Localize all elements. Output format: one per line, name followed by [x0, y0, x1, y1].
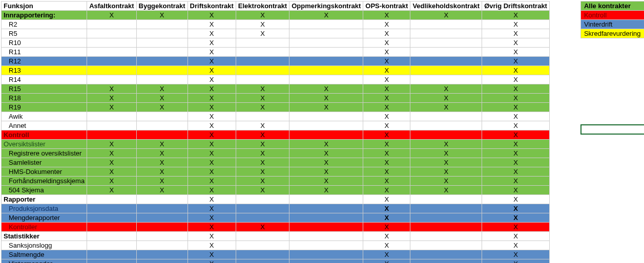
mark-cell: X	[482, 232, 550, 241]
mark-cell	[236, 232, 289, 241]
mark-cell: X	[188, 186, 236, 195]
mark-cell: X	[482, 250, 550, 259]
mark-cell: X	[363, 167, 410, 177]
mark-cell	[87, 57, 136, 66]
selected-cell-highlight[interactable]	[580, 124, 644, 135]
mark-cell: X	[289, 103, 363, 112]
mark-cell: X	[363, 223, 410, 232]
mark-cell	[410, 223, 482, 232]
row-label: HMS-Dokumenter	[2, 167, 87, 177]
mark-cell: X	[188, 204, 236, 213]
mark-cell: X	[482, 94, 550, 103]
mark-cell	[236, 66, 289, 75]
mark-cell: X	[363, 112, 410, 121]
mark-cell	[136, 241, 188, 250]
table-row: KontrollerXXXX	[2, 223, 550, 232]
table-row: R19XXXXXXXX	[2, 103, 550, 112]
col-bygge: Byggekontrakt	[136, 2, 188, 11]
mark-cell: X	[188, 177, 236, 186]
mark-cell	[136, 112, 188, 121]
table-row: R10XXX	[2, 38, 550, 48]
mark-cell: X	[87, 84, 136, 94]
mark-cell: X	[482, 167, 550, 177]
mark-cell	[410, 232, 482, 241]
row-label: Awik	[2, 112, 87, 121]
contract-matrix-table: Funksjon Asfaltkontrakt Byggekontrakt Dr…	[1, 1, 550, 263]
mark-cell	[87, 259, 136, 264]
mark-cell: X	[236, 121, 289, 130]
mark-cell: X	[188, 11, 236, 20]
mark-cell: X	[363, 250, 410, 259]
mark-cell	[410, 204, 482, 213]
mark-cell	[289, 232, 363, 241]
mark-cell: X	[363, 195, 410, 204]
mark-cell	[410, 259, 482, 264]
row-label: Forhåndsmeldingsskjema	[2, 177, 87, 186]
mark-cell	[410, 48, 482, 57]
mark-cell	[136, 223, 188, 232]
mark-cell: X	[482, 223, 550, 232]
mark-cell: X	[363, 140, 410, 149]
mark-cell	[289, 223, 363, 232]
mark-cell: X	[188, 103, 236, 112]
mark-cell	[87, 130, 136, 140]
row-label: Registrere oversiktslister	[2, 149, 87, 158]
mark-cell: X	[410, 84, 482, 94]
mark-cell: X	[236, 223, 289, 232]
mark-cell: X	[136, 186, 188, 195]
mark-cell	[87, 121, 136, 130]
mark-cell: X	[482, 38, 550, 48]
mark-cell: X	[236, 149, 289, 158]
mark-cell	[87, 223, 136, 232]
row-label: R10	[2, 38, 87, 48]
mark-cell	[87, 232, 136, 241]
legend-label: Skredfarevurdering	[580, 29, 644, 38]
mark-cell: X	[188, 213, 236, 223]
mark-cell: X	[136, 167, 188, 177]
mark-cell	[410, 241, 482, 250]
mark-cell	[136, 121, 188, 130]
table-row: ForhåndsmeldingsskjemaXXXXXXXX	[2, 177, 550, 186]
legend-row: Alle kontrakter	[580, 2, 644, 11]
mark-cell: X	[363, 75, 410, 84]
row-label: Saltmengde	[2, 250, 87, 259]
mark-cell	[236, 259, 289, 264]
mark-cell: X	[363, 121, 410, 130]
mark-cell: X	[482, 241, 550, 250]
mark-cell: X	[482, 66, 550, 75]
table-row: R18XXXXXXXX	[2, 94, 550, 103]
legend-row: Kontroll	[580, 11, 644, 20]
mark-cell	[87, 29, 136, 38]
mark-cell: X	[87, 186, 136, 195]
mark-cell: X	[410, 158, 482, 167]
row-label: Statistikker	[2, 232, 87, 241]
mark-cell	[289, 112, 363, 121]
mark-cell: X	[188, 232, 236, 241]
mark-cell: X	[482, 195, 550, 204]
mark-cell: X	[410, 94, 482, 103]
mark-cell: X	[289, 149, 363, 158]
mark-cell: X	[87, 94, 136, 103]
mark-cell	[410, 57, 482, 66]
mark-cell	[236, 195, 289, 204]
row-label: Rapporter	[2, 195, 87, 204]
mark-cell: X	[87, 177, 136, 186]
mark-cell: X	[236, 29, 289, 38]
row-label: Innrapportering:	[2, 11, 87, 20]
mark-cell: X	[87, 158, 136, 167]
mark-cell	[136, 75, 188, 84]
mark-cell: X	[188, 195, 236, 204]
mark-cell: X	[482, 213, 550, 223]
row-label: Annet	[2, 121, 87, 130]
mark-cell: X	[482, 103, 550, 112]
table-row: KontrollXXXX	[2, 130, 550, 140]
mark-cell: X	[289, 177, 363, 186]
col-ops: OPS-kontrakt	[363, 2, 410, 11]
table-row: R13XXX	[2, 66, 550, 75]
mark-cell	[289, 213, 363, 223]
mark-cell: X	[482, 130, 550, 140]
mark-cell: X	[236, 20, 289, 29]
table-row: HMS-DokumenterXXXXXXXX	[2, 167, 550, 177]
mark-cell	[289, 29, 363, 38]
mark-cell	[289, 57, 363, 66]
